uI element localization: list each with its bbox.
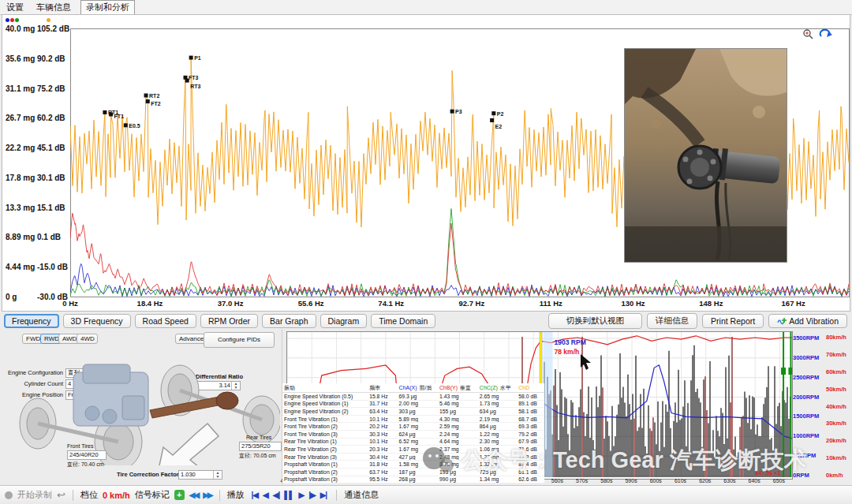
reset-view-icon[interactable] bbox=[820, 30, 832, 37]
print-report-button[interactable]: Print Report bbox=[702, 314, 764, 328]
x-axis-tick: 167 Hz bbox=[776, 299, 811, 308]
table-cell: 69.3 μg bbox=[398, 393, 438, 401]
channel-info-button[interactable]: 通道信息 bbox=[344, 489, 379, 501]
next-mark-icon[interactable]: ▶▶ bbox=[203, 491, 211, 499]
peak-marker-E2[interactable]: E2 bbox=[490, 118, 502, 129]
table-row[interactable]: Engine Speed Vibration (0.5)15.8 Hz69.3 … bbox=[282, 393, 544, 401]
tab-3d-frequency[interactable]: 3D Frequency bbox=[63, 314, 131, 328]
table-row[interactable]: Propshaft Vibration (2)63.7 Hz187 μg193 … bbox=[282, 468, 544, 476]
time-tick-label: 560s bbox=[547, 478, 567, 483]
table-header[interactable]: ChC(Z)水平 bbox=[478, 383, 517, 393]
front-tire-size-input[interactable]: 245/40R20 bbox=[67, 450, 106, 460]
table-row[interactable]: Front Tire Vibration (2)20.2 Hz1.67 mg2.… bbox=[282, 423, 544, 431]
table-row[interactable]: Front Tire Vibration (1)10.1 Hz5.89 mg4.… bbox=[282, 415, 544, 423]
menu-vehicle-info[interactable]: 车辆信息 bbox=[30, 1, 77, 14]
table-row[interactable]: Rear Tire Vibration (2)20.3 Hz1.67 mg2.3… bbox=[282, 446, 544, 454]
speed-tick-label: 50km/h bbox=[826, 386, 846, 393]
legend-dot bbox=[10, 18, 14, 22]
divider bbox=[73, 490, 73, 501]
legend-dot bbox=[15, 18, 19, 22]
divider bbox=[336, 490, 337, 501]
x-axis-tick: 37.0 Hz bbox=[213, 299, 248, 308]
undo-icon[interactable]: ↩ bbox=[57, 489, 65, 501]
step-back-button[interactable]: ◀| bbox=[273, 491, 280, 499]
table-row[interactable]: Rear Tire Vibration (3)30.4 Hz427 μg2.48… bbox=[282, 453, 544, 461]
table-cell: 69.3 dB bbox=[517, 423, 544, 431]
rpm-tick-label: 0RPM bbox=[793, 472, 809, 479]
rpm-tick-label: 2000RPM bbox=[793, 394, 819, 401]
rpm-tick-label: 3500RPM bbox=[793, 334, 819, 342]
speed-tick-label: 10km/h bbox=[826, 454, 846, 461]
y-axis-db-label: 30.1 dB bbox=[37, 174, 65, 182]
peak-marker-E0.5[interactable]: E0.5 bbox=[124, 123, 140, 129]
tab-frequency[interactable]: Frequency bbox=[4, 314, 59, 328]
add-signal-mark-icon[interactable]: + bbox=[174, 490, 185, 500]
view-tabs-row: Frequency3D FrequencyRoad SpeedRPM Order… bbox=[0, 312, 852, 329]
table-cell: Front Tire Vibration (2) bbox=[282, 423, 368, 431]
table-cell: 864 μg bbox=[478, 423, 517, 431]
table-cell: 187 μg bbox=[398, 468, 438, 476]
table-row[interactable]: Engine Speed Vibration (2)63.4 Hz303 μg1… bbox=[282, 408, 544, 416]
table-cell: 61.1 dB bbox=[517, 468, 544, 476]
table-cell: 2.30 mg bbox=[478, 438, 517, 446]
step-forward-button[interactable]: |▶ bbox=[308, 491, 316, 499]
table-cell: 31.8 Hz bbox=[368, 461, 397, 469]
table-row[interactable]: Propshaft Vibration (3)95.5 Hz268 μg990 … bbox=[282, 476, 544, 483]
table-cell: 79.2 dB bbox=[517, 430, 544, 438]
menu-settings[interactable]: 设置 bbox=[0, 1, 30, 14]
table-header[interactable]: 频率 bbox=[368, 383, 397, 393]
rpm-tick-label: 1000RPM bbox=[793, 432, 819, 439]
pause-button[interactable]: ▌▌ bbox=[284, 491, 293, 499]
tire-correction-input[interactable]: 1.030▲▼ bbox=[178, 470, 222, 480]
table-cell: Front Tire Vibration (1) bbox=[282, 415, 368, 423]
table-cell: 990 μg bbox=[438, 476, 478, 483]
tab-diagram[interactable]: Diagram bbox=[320, 314, 368, 328]
table-header[interactable]: ChD bbox=[517, 383, 544, 393]
y-axis-mg-label: 4.44 mg bbox=[6, 263, 35, 271]
tire-correction-label: Tire Correction Factor bbox=[117, 471, 179, 478]
table-cell: 2.65 mg bbox=[478, 393, 517, 401]
table-header[interactable]: 振动 bbox=[282, 383, 368, 393]
play-label: 播放 bbox=[227, 489, 245, 501]
table-row[interactable]: Rear Tire Vibration (1)10.1 Hz6.52 mg4.6… bbox=[282, 438, 544, 446]
switch-default-view-button[interactable]: 切换到默认视图 bbox=[548, 313, 643, 329]
start-record-button[interactable]: 开始录制 bbox=[17, 489, 52, 501]
svg-text:P1: P1 bbox=[194, 55, 201, 61]
table-row[interactable]: Propshaft Vibration (1)31.8 Hz1.58 mg3.7… bbox=[282, 461, 544, 469]
table-cell: 2.24 mg bbox=[438, 430, 478, 438]
table-header[interactable]: ChB(Y)垂直 bbox=[438, 383, 478, 393]
table-row[interactable]: Front Tire Vibration (3)30.3 Hz624 μg2.2… bbox=[282, 430, 544, 438]
table-cell: Front Tire Vibration (3) bbox=[282, 430, 368, 438]
table-cell: 10.1 Hz bbox=[368, 438, 397, 446]
frequency-chart-panel: 40.0 mg105.2 dB35.6 mg90.2 dB31.1 mg75.2… bbox=[2, 14, 850, 312]
tab-road-speed[interactable]: Road Speed bbox=[135, 314, 196, 328]
table-header[interactable]: ChA(X)前/后 bbox=[398, 383, 438, 393]
tab-time-domain[interactable]: Time Domain bbox=[371, 314, 435, 328]
prev-mark-icon[interactable]: ◀◀ bbox=[189, 491, 198, 499]
add-vibration-icon bbox=[777, 316, 787, 325]
time-tick-label: 570s bbox=[572, 478, 592, 483]
rear-tire-size-input[interactable]: 275/35R20 bbox=[239, 442, 282, 451]
go-start-button[interactable]: |◀ bbox=[252, 491, 259, 499]
x-axis-tick: 55.6 Hz bbox=[293, 299, 328, 308]
tab-rpm-order[interactable]: RPM Order bbox=[200, 314, 258, 328]
table-cell: 58.0 dB bbox=[517, 393, 544, 401]
table-cell: 624 μg bbox=[398, 430, 438, 438]
table-cell: 77.3 dB bbox=[517, 453, 544, 461]
table-row[interactable]: Engine Speed Vibration (1)31.7 Hz2.00 mg… bbox=[282, 400, 544, 408]
details-button[interactable]: 详细信息 bbox=[647, 313, 697, 329]
table-cell: 58.1 dB bbox=[517, 408, 544, 416]
add-vibration-button[interactable]: Add Vibration bbox=[768, 314, 847, 328]
play-button[interactable]: ▶ bbox=[298, 491, 304, 499]
tab-record-analysis[interactable]: 录制和分析 bbox=[80, 0, 135, 15]
zoom-icon[interactable] bbox=[804, 30, 813, 39]
table-cell: 10.1 Hz bbox=[368, 415, 397, 423]
rpm-tick-label: 2500RPM bbox=[793, 374, 819, 381]
tab-bar-graph[interactable]: Bar Graph bbox=[262, 314, 316, 328]
svg-text:P3: P3 bbox=[455, 109, 462, 114]
go-end-button[interactable]: ▶| bbox=[320, 491, 327, 499]
x-axis-tick: 148 Hz bbox=[693, 299, 728, 308]
rewind-button[interactable]: ◀ bbox=[263, 491, 268, 499]
table-cell: 634 μg bbox=[478, 408, 517, 416]
cursor-band bbox=[544, 332, 553, 477]
